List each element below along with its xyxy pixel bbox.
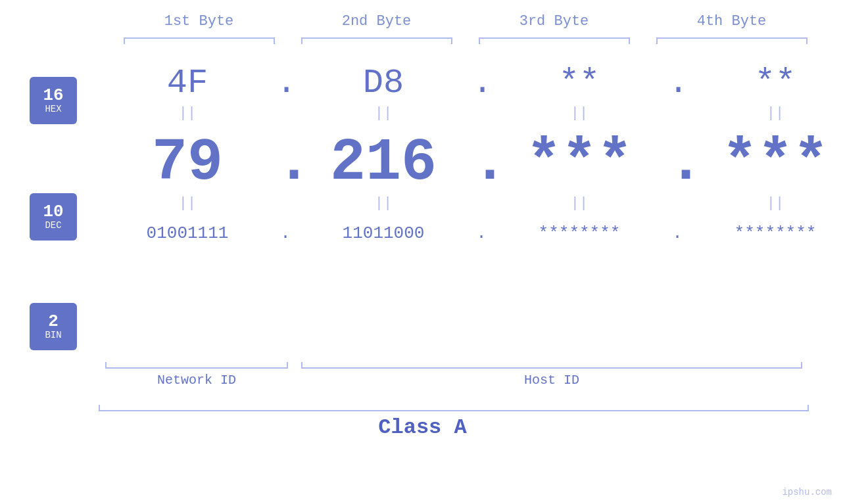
bin-b4: ******** bbox=[687, 223, 845, 243]
bin-b3: ******** bbox=[491, 223, 668, 243]
eq-2-b4: || bbox=[687, 195, 845, 212]
dot-bin-1: . bbox=[276, 223, 295, 243]
bracket-top-1 bbox=[110, 32, 288, 44]
class-label-row: Class A bbox=[0, 415, 845, 440]
bottom-section: Network ID Host ID Class A bbox=[0, 357, 845, 440]
dot-dec-2: . bbox=[472, 133, 491, 193]
byte-header-1: 1st Byte bbox=[110, 13, 288, 30]
badges-column: 16 HEX 10 DEC 2 BIN bbox=[0, 57, 99, 350]
main-container: 1st Byte 2nd Byte 3rd Byte 4th Byte 16 H… bbox=[0, 0, 845, 504]
eq-1-b1: || bbox=[99, 105, 276, 122]
badge-dec-label: DEC bbox=[45, 220, 61, 231]
badge-hex: 16 HEX bbox=[30, 77, 77, 124]
hex-b4: ** bbox=[687, 64, 845, 103]
dec-b1: 79 bbox=[99, 133, 276, 193]
class-label: Class A bbox=[378, 415, 466, 440]
top-brackets bbox=[110, 32, 821, 44]
bottom-brackets-row bbox=[99, 357, 845, 369]
dec-b3: *** bbox=[491, 133, 668, 193]
dec-b2: 216 bbox=[295, 133, 472, 193]
bracket-host bbox=[295, 357, 809, 369]
badge-bin-number: 2 bbox=[48, 313, 59, 330]
class-bracket-row bbox=[99, 400, 812, 411]
dot-hex-2: . bbox=[472, 64, 491, 103]
hex-b1: 4F bbox=[99, 64, 276, 103]
byte-header-4: 4th Byte bbox=[643, 13, 821, 30]
eq-2-b3: || bbox=[491, 195, 668, 212]
dot-dec-1: . bbox=[276, 133, 295, 193]
byte-headers: 1st Byte 2nd Byte 3rd Byte 4th Byte bbox=[43, 0, 845, 30]
byte-header-2: 2nd Byte bbox=[288, 13, 466, 30]
dot-dec-3: . bbox=[668, 133, 687, 193]
bracket-top-3 bbox=[466, 32, 643, 44]
bin-b1: 01001111 bbox=[99, 223, 276, 243]
hex-b2: D8 bbox=[295, 64, 472, 103]
bracket-top-2 bbox=[288, 32, 466, 44]
badge-dec-number: 10 bbox=[43, 203, 63, 220]
watermark: ipshu.com bbox=[782, 487, 832, 497]
dec-row: 79 . 216 . *** . *** bbox=[99, 133, 845, 193]
bracket-network bbox=[99, 357, 295, 369]
dot-hex-3: . bbox=[668, 64, 687, 103]
id-labels-row: Network ID Host ID bbox=[99, 373, 845, 388]
bracket-top-4 bbox=[643, 32, 821, 44]
bin-b2: 11011000 bbox=[295, 223, 472, 243]
equals-row-2: || || || || bbox=[99, 195, 845, 212]
hex-b3: ** bbox=[491, 64, 668, 103]
dot-bin-2: . bbox=[472, 223, 491, 243]
dec-b4: *** bbox=[687, 133, 845, 193]
eq-2-b1: || bbox=[99, 195, 276, 212]
equals-row-1: || || || || bbox=[99, 105, 845, 122]
badge-dec: 10 DEC bbox=[30, 193, 77, 241]
badge-bin-label: BIN bbox=[45, 330, 61, 341]
badge-hex-number: 16 bbox=[43, 87, 63, 104]
hex-row: 4F . D8 . ** . ** bbox=[99, 64, 845, 103]
ip-grid: 4F . D8 . ** . ** || || || || 79 bbox=[99, 57, 845, 243]
eq-1-b2: || bbox=[295, 105, 472, 122]
dot-hex-1: . bbox=[276, 64, 295, 103]
badge-hex-label: HEX bbox=[45, 104, 61, 115]
dot-bin-3: . bbox=[668, 223, 687, 243]
content-area: 16 HEX 10 DEC 2 BIN 4F . D8 . ** . ** bbox=[0, 57, 845, 350]
eq-1-b4: || bbox=[687, 105, 845, 122]
badge-bin: 2 BIN bbox=[30, 303, 77, 350]
class-bracket bbox=[99, 400, 809, 411]
host-id-label: Host ID bbox=[295, 373, 809, 388]
bin-row: 01001111 . 11011000 . ******** . *******… bbox=[99, 223, 845, 243]
byte-header-3: 3rd Byte bbox=[466, 13, 643, 30]
eq-1-b3: || bbox=[491, 105, 668, 122]
network-id-label: Network ID bbox=[99, 373, 295, 388]
eq-2-b2: || bbox=[295, 195, 472, 212]
